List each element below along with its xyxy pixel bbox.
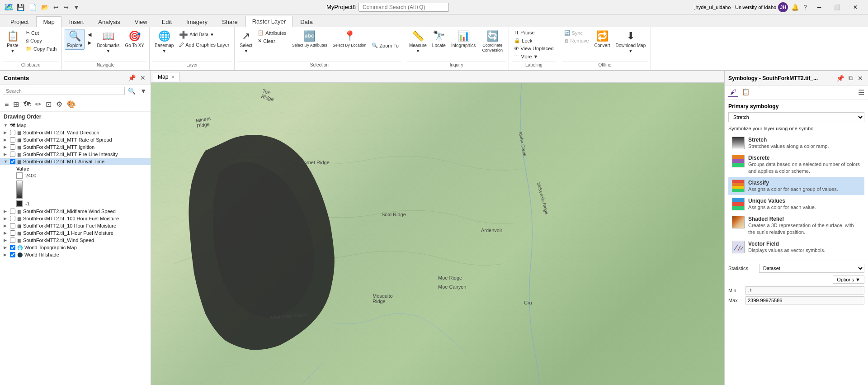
paste-button[interactable]: 📋 Paste ▼ — [3, 29, 23, 55]
convert-button[interactable]: 🔁 Convert — [592, 29, 613, 50]
view-unplaced-button[interactable]: 👁 View Unplaced — [512, 45, 556, 52]
save-button[interactable]: 💾 — [15, 3, 26, 11]
list-view-button[interactable]: ≡ — [3, 99, 10, 109]
measure-button[interactable]: 📏 Measure ▼ — [407, 29, 429, 55]
tab-view[interactable]: View — [128, 16, 154, 27]
coordinate-conversion-button[interactable]: 🔄 Coordinate Conversion — [479, 29, 506, 54]
undo-button[interactable]: ↩ — [52, 3, 60, 11]
checkbox-world-hillshade[interactable] — [10, 252, 15, 257]
remove-button[interactable]: 🗑 Remove — [562, 37, 591, 44]
layer-world-hillshade[interactable]: ▶ 🌑 World Hillshade — [0, 251, 151, 258]
sym-option-unique[interactable]: Unique Values Assigns a color for each v… — [728, 195, 864, 213]
layer-fire-line-intensity[interactable]: ▶ ▩ SouthForkMTT2.tif_MTT Fire Line Inte… — [0, 151, 151, 158]
checkbox-arrival-time[interactable] — [10, 159, 15, 164]
layer-arrival-time[interactable]: ▼ ▩ SouthForkMTT2.tif_MTT Arrival Time — [0, 158, 151, 165]
user-avatar[interactable]: JH — [778, 2, 788, 12]
tab-edit[interactable]: Edit — [155, 16, 179, 27]
layer-world-topo[interactable]: ▶ 🌐 World Topographic Map — [0, 244, 151, 251]
open-button[interactable]: 📂 — [40, 3, 50, 11]
bookmarks-button[interactable]: 📖 Bookmarks ▼ — [94, 29, 122, 55]
help-button[interactable]: ? — [802, 3, 808, 11]
map-tab-close[interactable]: ✕ — [171, 75, 175, 80]
layer-midflame-wind[interactable]: ▶ ▩ SouthForkMTT2.tif_Midflame Wind Spee… — [0, 208, 151, 215]
sym-close-button[interactable]: ✕ — [856, 74, 864, 82]
group-layer-button[interactable]: ⊡ — [44, 99, 53, 109]
locate-button[interactable]: 🔭 Locate — [430, 29, 448, 50]
tab-project[interactable]: Project — [4, 16, 35, 27]
checkbox-100hr-fuel[interactable] — [10, 216, 15, 221]
contents-filter-button[interactable]: ▼ — [139, 87, 148, 95]
tab-share[interactable]: Share — [215, 16, 245, 27]
contents-search-input[interactable] — [3, 87, 125, 95]
select-button[interactable]: ↗ Select ▼ — [237, 29, 255, 55]
tab-insert[interactable]: Insert — [62, 16, 91, 27]
checkbox-midflame-wind[interactable] — [10, 209, 15, 214]
qat-dropdown[interactable]: ▼ — [72, 3, 81, 11]
min-input[interactable] — [745, 286, 864, 295]
sym-stretch-dropdown[interactable]: Stretch — [728, 112, 864, 122]
tab-map[interactable]: Map — [36, 16, 61, 27]
style-button[interactable]: 🎨 — [65, 99, 78, 109]
checkbox-ignition[interactable] — [10, 144, 15, 150]
zoom-to-button[interactable]: 🔍 Zoom To — [369, 42, 401, 49]
new-button[interactable]: 📄 — [28, 3, 38, 11]
nav-fwd-button[interactable]: ▶ — [85, 39, 94, 47]
sym-float-button[interactable]: ⧉ — [847, 74, 854, 82]
add-data-button[interactable]: ➕ Add Data ▼ — [177, 29, 231, 41]
add-graphics-layer-button[interactable]: 🖊 Add Graphics Layer — [177, 41, 231, 48]
notification-button[interactable]: 🔔 — [790, 3, 800, 11]
checkbox-10hr-fuel[interactable] — [10, 223, 15, 228]
options-button[interactable]: Options ▼ — [833, 276, 864, 284]
sym-table-button[interactable]: 📋 — [740, 87, 751, 97]
close-button[interactable]: ✕ — [846, 1, 864, 14]
checkbox-1hr-fuel[interactable] — [10, 230, 15, 236]
copy-button[interactable]: ⎘ Copy — [24, 37, 59, 44]
layer-wind-speed[interactable]: ▶ ▩ SouthForkMTT2.tif_Wind Speed — [0, 237, 151, 244]
basemap-button[interactable]: 🌐 Basemap ▼ — [152, 29, 176, 55]
lock-button[interactable]: 🔒 Lock — [512, 37, 556, 44]
cut-button[interactable]: ✂ Cut — [24, 29, 59, 37]
attributes-button[interactable]: 📋 Attributes — [255, 29, 288, 37]
nav-back-button[interactable]: ◀ — [85, 31, 94, 38]
layer-view-button[interactable]: ⊞ — [11, 99, 21, 109]
sym-menu-button[interactable]: ☰ — [858, 88, 864, 97]
explore-button[interactable]: 🔍 Explore — [65, 29, 85, 50]
redo-button[interactable]: ↪ — [62, 3, 70, 11]
sym-pin-button[interactable]: 📌 — [835, 74, 845, 82]
select-by-location-button[interactable]: 📍 Select By Location — [330, 29, 369, 49]
layer-ignition[interactable]: ▶ ▩ SouthForkMTT2.tif_MTT Ignition — [0, 143, 151, 151]
layer-100hr-fuel[interactable]: ▶ ▩ SouthForkMTT2.tif_100 Hour Fuel Mois… — [0, 215, 151, 222]
contents-search-button[interactable]: 🔍 — [127, 87, 137, 95]
checkbox-wind-direction[interactable] — [10, 130, 15, 135]
map-content[interactable]: MinersRidge Hornet Ridge Sold Ridge Mosq… — [151, 83, 724, 385]
tab-analysis[interactable]: Analysis — [91, 16, 127, 27]
sym-option-shaded[interactable]: Shaded Relief Creates a 3D representatio… — [728, 213, 864, 238]
contents-pin-button[interactable]: 📌 — [127, 74, 137, 82]
clear-button[interactable]: ✕ Clear — [255, 37, 288, 45]
tab-raster-layer[interactable]: Raster Layer — [245, 16, 292, 27]
more-button[interactable]: ⋯ More ▼ — [512, 52, 556, 60]
command-search-input[interactable] — [359, 3, 449, 12]
infographics-button[interactable]: 📊 Infographics — [449, 29, 478, 50]
tab-data[interactable]: Data — [293, 16, 319, 27]
sym-option-discrete[interactable]: Discrete Groups data based on a selected… — [728, 152, 864, 177]
pause-button[interactable]: ⏸ Pause — [512, 29, 556, 36]
sym-option-vector[interactable]: Vector Field Displays values as vector s… — [728, 238, 864, 256]
sym-option-stretch[interactable]: Stretch Stretches values along a color r… — [728, 134, 864, 152]
go-to-xy-button[interactable]: 🎯 Go To XY — [123, 29, 146, 50]
contents-close-button[interactable]: ✕ — [139, 74, 147, 82]
checkbox-wind-speed[interactable] — [10, 238, 15, 243]
map-tab[interactable]: Map ✕ — [153, 72, 179, 81]
layer-1hr-fuel[interactable]: ▶ ▩ SouthForkMTT2.tif_1 Hour Fuel Moistu… — [0, 229, 151, 237]
sym-brush-button[interactable]: 🖌 — [728, 87, 738, 97]
checkbox-fire-line-intensity[interactable] — [10, 152, 15, 157]
maximize-button[interactable]: ⬜ — [828, 1, 846, 14]
copy-path-button[interactable]: 📁 Copy Path — [24, 45, 59, 52]
sym-option-classify[interactable]: Classify Assigns a color for each group … — [728, 177, 864, 195]
layer-10hr-fuel[interactable]: ▶ ▩ SouthForkMTT2.tif_10 Hour Fuel Moist… — [0, 222, 151, 229]
pencil-tool-button[interactable]: ✏ — [33, 99, 43, 109]
layer-rate-of-spread[interactable]: ▶ ▩ SouthForkMTT2.tif_MTT Rate of Spread — [0, 136, 151, 143]
download-map-button[interactable]: ⬇ Download Map ▼ — [613, 29, 648, 55]
map-group-item[interactable]: ▼ 🗺 Map — [0, 122, 151, 129]
minimize-button[interactable]: ─ — [810, 1, 828, 14]
